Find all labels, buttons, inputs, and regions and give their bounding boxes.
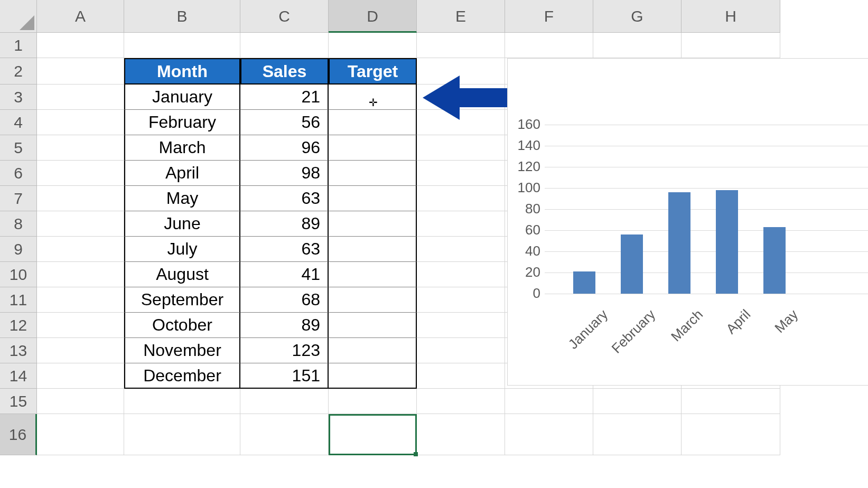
cell[interactable] xyxy=(417,161,505,186)
row-header-3[interactable]: 3 xyxy=(0,85,37,110)
column-header-E[interactable]: E xyxy=(417,0,505,33)
cell[interactable] xyxy=(37,338,124,363)
row-header-14[interactable]: 14 xyxy=(0,363,37,389)
cell[interactable] xyxy=(417,33,505,58)
cell[interactable] xyxy=(417,110,505,135)
row-header-15[interactable]: 15 xyxy=(0,389,37,414)
table-cell[interactable]: November xyxy=(124,338,240,363)
cell[interactable] xyxy=(593,33,682,58)
table-cell[interactable]: September xyxy=(124,287,240,313)
table-cell[interactable]: August xyxy=(124,262,240,287)
table-cell[interactable] xyxy=(329,237,417,262)
cell[interactable] xyxy=(240,414,329,455)
cell[interactable] xyxy=(329,389,417,414)
cell[interactable] xyxy=(37,211,124,237)
table-cell[interactable]: 56 xyxy=(240,110,329,135)
table-cell[interactable]: 98 xyxy=(240,161,329,186)
cell[interactable] xyxy=(37,85,124,110)
cell[interactable] xyxy=(37,363,124,389)
cell[interactable] xyxy=(593,414,682,455)
column-header-B[interactable]: B xyxy=(124,0,240,33)
table-cell[interactable]: April xyxy=(124,161,240,186)
cell[interactable] xyxy=(240,389,329,414)
embedded-chart[interactable]: 020406080100120140160JanuaryFebruaryMarc… xyxy=(507,58,868,386)
cell[interactable] xyxy=(417,135,505,161)
table-cell[interactable]: 96 xyxy=(240,135,329,161)
cell[interactable] xyxy=(37,186,124,211)
table-cell[interactable]: 123 xyxy=(240,338,329,363)
table-cell[interactable]: 63 xyxy=(240,186,329,211)
table-cell[interactable] xyxy=(329,363,417,389)
column-header-C[interactable]: C xyxy=(240,0,329,33)
table-cell[interactable]: 21 xyxy=(240,85,329,110)
table-header[interactable]: Target xyxy=(329,58,417,85)
table-cell[interactable] xyxy=(329,85,417,110)
cell[interactable] xyxy=(682,33,780,58)
row-header-8[interactable]: 8 xyxy=(0,211,37,237)
column-header-D[interactable]: D xyxy=(329,0,417,33)
row-header-10[interactable]: 10 xyxy=(0,262,37,287)
chart-bar[interactable] xyxy=(573,271,595,294)
column-header-H[interactable]: H xyxy=(682,0,780,33)
cell[interactable] xyxy=(417,287,505,313)
table-cell[interactable] xyxy=(329,211,417,237)
table-cell[interactable] xyxy=(329,338,417,363)
table-header[interactable]: Month xyxy=(124,58,240,85)
cell[interactable] xyxy=(505,389,593,414)
cell[interactable] xyxy=(417,58,505,85)
cell[interactable] xyxy=(505,33,593,58)
cell[interactable] xyxy=(417,211,505,237)
cell[interactable] xyxy=(593,389,682,414)
cell[interactable] xyxy=(417,414,505,455)
row-header-5[interactable]: 5 xyxy=(0,135,37,161)
chart-bar[interactable] xyxy=(668,192,690,294)
column-header-A[interactable]: A xyxy=(37,0,124,33)
cell[interactable] xyxy=(37,313,124,338)
table-cell[interactable]: July xyxy=(124,237,240,262)
table-cell[interactable]: December xyxy=(124,363,240,389)
table-cell[interactable]: January xyxy=(124,85,240,110)
table-cell[interactable] xyxy=(329,262,417,287)
cell[interactable] xyxy=(417,85,505,110)
cell[interactable] xyxy=(37,58,124,85)
chart-bar[interactable] xyxy=(621,234,643,294)
row-header-2[interactable]: 2 xyxy=(0,58,37,85)
cell[interactable] xyxy=(682,389,780,414)
row-header-11[interactable]: 11 xyxy=(0,287,37,313)
row-header-16[interactable]: 16 xyxy=(0,414,37,455)
column-header-G[interactable]: G xyxy=(593,0,682,33)
table-cell[interactable]: 63 xyxy=(240,237,329,262)
cell[interactable] xyxy=(682,414,780,455)
cell[interactable] xyxy=(37,414,124,455)
table-cell[interactable] xyxy=(329,313,417,338)
cell[interactable] xyxy=(37,110,124,135)
row-header-1[interactable]: 1 xyxy=(0,33,37,58)
table-header[interactable]: Sales xyxy=(240,58,329,85)
cell[interactable] xyxy=(417,389,505,414)
select-all-corner[interactable] xyxy=(0,0,37,33)
cell[interactable] xyxy=(37,33,124,58)
table-cell[interactable]: October xyxy=(124,313,240,338)
row-header-13[interactable]: 13 xyxy=(0,338,37,363)
table-cell[interactable]: 68 xyxy=(240,287,329,313)
cell[interactable] xyxy=(37,161,124,186)
table-cell[interactable]: February xyxy=(124,110,240,135)
table-cell[interactable] xyxy=(329,287,417,313)
cell[interactable] xyxy=(37,287,124,313)
row-header-12[interactable]: 12 xyxy=(0,313,37,338)
cell[interactable] xyxy=(329,33,417,58)
table-cell[interactable] xyxy=(329,110,417,135)
cell[interactable] xyxy=(124,33,240,58)
cell[interactable] xyxy=(417,186,505,211)
cell[interactable] xyxy=(505,414,593,455)
cell[interactable] xyxy=(37,237,124,262)
cell[interactable] xyxy=(417,363,505,389)
cell[interactable] xyxy=(37,389,124,414)
table-cell[interactable]: 89 xyxy=(240,211,329,237)
chart-bar[interactable] xyxy=(716,190,738,294)
table-cell[interactable]: 151 xyxy=(240,363,329,389)
cell[interactable] xyxy=(417,262,505,287)
cell[interactable] xyxy=(417,237,505,262)
table-cell[interactable]: June xyxy=(124,211,240,237)
cell[interactable] xyxy=(329,414,417,455)
